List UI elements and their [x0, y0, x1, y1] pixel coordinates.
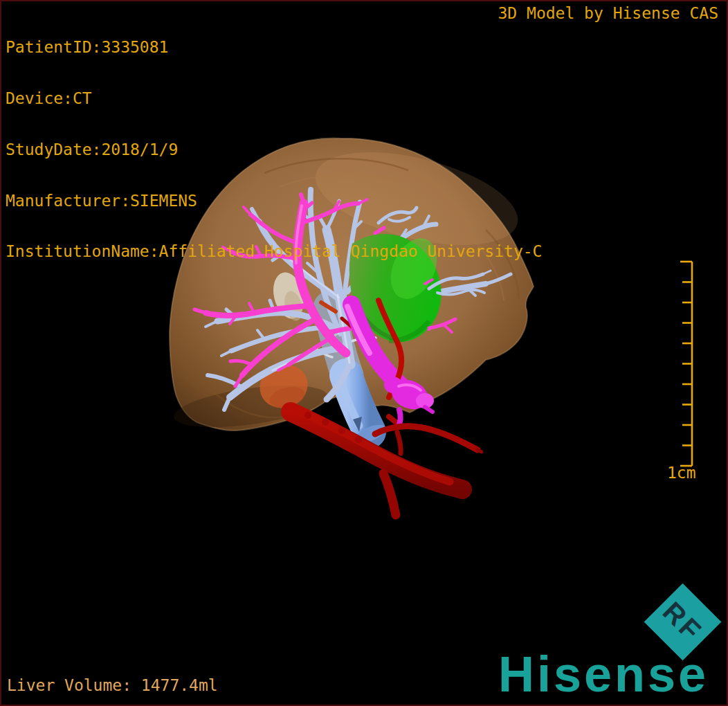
institution-name: InstitutionName:Affiliated Hospital Qing… [6, 243, 542, 260]
hisense-logo: Hisense [498, 649, 709, 699]
scale-bar-label: 1cm [667, 464, 696, 482]
rf-logo-letters: RF [657, 596, 709, 648]
liver-volume-text: Liver Volume: 1477.4ml [7, 676, 218, 694]
device: Device:CT [6, 90, 542, 107]
patient-info-block: PatientID:3335081 Device:CT StudyDate:20… [6, 5, 542, 294]
manufacturer: Manufacturer:SIEMENS [6, 192, 542, 210]
patient-id: PatientID:3335081 [6, 39, 542, 56]
scale-bar [680, 262, 692, 466]
viewer-window: PatientID:3335081 Device:CT StudyDate:20… [0, 0, 728, 706]
watermark-text: 3D Model by Hisense CAS [498, 5, 719, 22]
study-date: StudyDate:2018/1/9 [6, 141, 542, 159]
aorta [291, 409, 482, 515]
